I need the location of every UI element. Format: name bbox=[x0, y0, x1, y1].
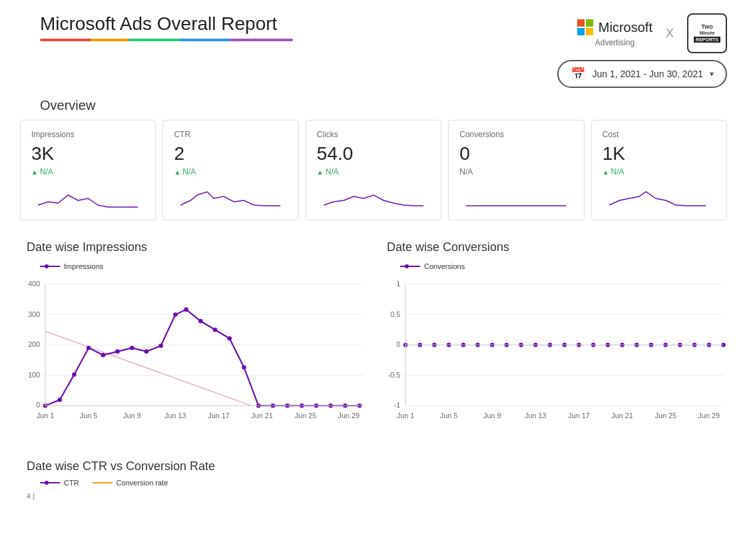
up-arrow-icon: ▲ bbox=[31, 168, 38, 176]
cost-label: Cost bbox=[603, 130, 716, 139]
conversions-chart-title: Date wise Conversions bbox=[380, 240, 727, 254]
svg-text:Jun 21: Jun 21 bbox=[251, 412, 273, 420]
card-cost: Cost 1K ▲ N/A bbox=[591, 120, 727, 220]
svg-text:-1: -1 bbox=[394, 401, 401, 409]
ms-name: Microsoft bbox=[599, 20, 652, 35]
card-ctr: CTR 2 ▲ N/A bbox=[162, 120, 298, 220]
conversions-chart-panel: Date wise Conversions Conversions 1 0.5 … bbox=[380, 234, 727, 439]
conversion-rate-line-icon bbox=[93, 479, 113, 486]
svg-text:Jun 9: Jun 9 bbox=[123, 412, 141, 420]
tmr-line2: Minute bbox=[700, 31, 715, 35]
impressions-chart-panel: Date wise Impressions Impressions 400 30… bbox=[20, 234, 367, 439]
impressions-svg: 400 300 200 100 0 bbox=[20, 273, 367, 433]
svg-point-21 bbox=[144, 350, 149, 354]
date-picker[interactable]: 📅 Jun 1, 2021 - Jun 30, 2021 ▾ bbox=[557, 60, 727, 88]
ms-sq-green bbox=[586, 19, 593, 27]
page-title: Microsoft Ads Overall Report bbox=[40, 13, 293, 35]
svg-text:Jun 1: Jun 1 bbox=[37, 412, 55, 420]
ctr-label: CTR bbox=[174, 130, 287, 139]
date-picker-section: 📅 Jun 1, 2021 - Jun 30, 2021 ▾ bbox=[0, 60, 747, 98]
svg-text:400: 400 bbox=[28, 280, 40, 288]
cost-value: 1K bbox=[603, 143, 716, 164]
x-separator: X bbox=[666, 27, 674, 41]
svg-point-28 bbox=[242, 365, 246, 370]
svg-point-22 bbox=[158, 344, 163, 348]
conversions-chart-container: 1 0.5 0 -0.5 -1 bbox=[380, 273, 727, 433]
tmr-line1: Two bbox=[701, 24, 712, 31]
header-right: Microsoft Advertising X Two Minute REPOR… bbox=[577, 13, 727, 53]
impressions-value: 3K bbox=[31, 143, 144, 164]
impressions-legend: Impressions bbox=[20, 262, 367, 270]
svg-text:100: 100 bbox=[28, 371, 40, 379]
conversion-rate-legend-label: Conversion rate bbox=[117, 479, 168, 487]
impressions-chart-title: Date wise Impressions bbox=[20, 240, 367, 254]
ms-logo: Microsoft bbox=[577, 19, 652, 35]
clicks-value: 54.0 bbox=[317, 143, 430, 164]
svg-text:Jun 9: Jun 9 bbox=[483, 412, 501, 420]
calendar-icon: 📅 bbox=[571, 67, 585, 81]
conversions-value: 0 bbox=[459, 143, 573, 164]
svg-text:Jun 1: Jun 1 bbox=[397, 412, 415, 420]
overview-label: Overview bbox=[0, 98, 747, 120]
up-arrow-icon: ▲ bbox=[603, 168, 609, 176]
svg-point-26 bbox=[213, 328, 218, 332]
impressions-legend-item: Impressions bbox=[40, 262, 103, 270]
card-clicks: Clicks 54.0 ▲ N/A bbox=[306, 120, 441, 220]
title-section: Microsoft Ads Overall Report bbox=[40, 13, 293, 41]
svg-text:0: 0 bbox=[396, 340, 400, 348]
chevron-down-icon: ▾ bbox=[710, 69, 714, 79]
conversions-legend-label: Conversions bbox=[424, 262, 465, 270]
impressions-change: ▲ N/A bbox=[31, 167, 144, 176]
svg-point-24 bbox=[184, 308, 188, 312]
svg-point-25 bbox=[198, 319, 203, 324]
tmr-line3: REPORTS bbox=[694, 37, 720, 43]
date-range-label: Jun 1, 2021 - Jun 30, 2021 bbox=[592, 69, 703, 79]
ctr-chart-y-label: 4 bbox=[27, 489, 31, 500]
tmr-logo: Two Minute REPORTS bbox=[687, 13, 727, 53]
svg-text:300: 300 bbox=[28, 310, 40, 318]
up-arrow-icon: ▲ bbox=[317, 168, 324, 176]
bottom-section: Date wise CTR vs Conversion Rate CTR Con… bbox=[0, 453, 747, 500]
svg-text:Jun 13: Jun 13 bbox=[164, 412, 186, 420]
ms-sq-blue bbox=[577, 28, 585, 35]
svg-point-27 bbox=[228, 336, 232, 341]
svg-point-18 bbox=[101, 353, 106, 358]
svg-text:Jun 29: Jun 29 bbox=[698, 412, 720, 420]
svg-text:Jun 5: Jun 5 bbox=[440, 412, 458, 420]
svg-text:Jun 29: Jun 29 bbox=[338, 412, 360, 420]
ms-sq-red bbox=[577, 19, 585, 27]
ms-branding: Microsoft Advertising bbox=[577, 19, 652, 47]
page-header: Microsoft Ads Overall Report Microsoft A… bbox=[0, 0, 747, 60]
cost-change: ▲ N/A bbox=[603, 167, 716, 176]
svg-text:Jun 21: Jun 21 bbox=[611, 412, 633, 420]
impressions-chart-container: 400 300 200 100 0 bbox=[20, 273, 367, 433]
conversions-legend-line-icon bbox=[400, 263, 420, 270]
svg-point-19 bbox=[115, 350, 120, 354]
cost-sparkline bbox=[603, 182, 716, 212]
card-conversions: Conversions 0 N/A bbox=[448, 120, 584, 220]
svg-point-23 bbox=[173, 312, 178, 317]
svg-text:0: 0 bbox=[36, 401, 40, 409]
conversions-legend: Conversions bbox=[380, 262, 727, 270]
ms-squares-icon bbox=[577, 19, 593, 35]
svg-text:Jun 5: Jun 5 bbox=[80, 412, 98, 420]
ctr-value: 2 bbox=[174, 143, 287, 164]
svg-text:200: 200 bbox=[28, 340, 40, 348]
svg-point-17 bbox=[87, 346, 91, 350]
svg-point-15 bbox=[57, 398, 62, 402]
svg-text:-0.5: -0.5 bbox=[388, 371, 401, 379]
ctr-legend-item: CTR bbox=[40, 479, 79, 487]
impressions-legend-label: Impressions bbox=[64, 262, 103, 270]
impressions-legend-line-icon bbox=[40, 263, 60, 270]
impressions-label: Impressions bbox=[31, 130, 144, 139]
conversions-legend-item: Conversions bbox=[400, 262, 465, 270]
svg-text:Jun 25: Jun 25 bbox=[654, 412, 676, 420]
conversions-sparkline bbox=[459, 182, 573, 212]
ctr-change: ▲ N/A bbox=[174, 167, 287, 176]
clicks-label: Clicks bbox=[317, 130, 430, 139]
clicks-change: ▲ N/A bbox=[317, 167, 430, 176]
rainbow-bar bbox=[40, 39, 293, 41]
clicks-sparkline bbox=[317, 182, 430, 212]
svg-text:0.5: 0.5 bbox=[390, 310, 400, 318]
charts-row: Date wise Impressions Impressions 400 30… bbox=[0, 234, 747, 453]
